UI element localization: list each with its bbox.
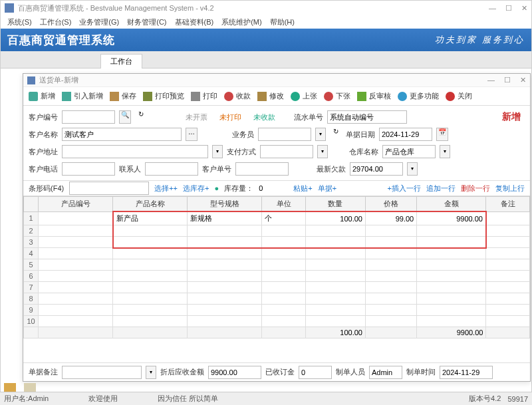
salesman-label: 业务员 — [232, 130, 254, 140]
phone-label: 客户电话 — [29, 164, 58, 174]
main-titlebar: 百惠商贸通管理系统 - Bestvalue Management System … — [1, 1, 531, 15]
warehouse-field[interactable] — [382, 145, 436, 158]
banner: 百惠商贸通管理系统 功夫到家 服务到心 — [1, 29, 531, 51]
table-row[interactable]: 10 — [24, 316, 530, 327]
save-button[interactable]: 保存 — [110, 91, 136, 101]
paste-button[interactable]: 粘贴+ — [293, 184, 312, 194]
debt-dropdown[interactable]: ▾ — [407, 162, 418, 176]
col-header[interactable]: 型号规格 — [188, 197, 262, 212]
insert-row-button[interactable]: +插入一行 — [388, 184, 421, 194]
remark-dropdown[interactable]: ▾ — [146, 366, 156, 379]
toolbar: 新增 引入新增 保存 打印预览 打印 收款 修改 上张 下张 反审核 更多功能 … — [23, 87, 530, 106]
debt-field[interactable] — [350, 162, 403, 176]
single-doc-button[interactable]: 单据+ — [318, 184, 336, 194]
customer-name-field[interactable] — [62, 128, 182, 141]
print-button[interactable]: 打印 — [191, 91, 217, 101]
line-items-grid[interactable]: 产品编号产品名称型号规格单位数量价格金额备注 1新产品新规格个100.0099.… — [23, 196, 530, 362]
table-row[interactable]: 2 — [24, 225, 530, 237]
table-row[interactable]: 4 — [24, 248, 530, 259]
reverse-audit-button[interactable]: 反审核 — [357, 91, 391, 101]
barcode-label: 条形码(F4) — [29, 184, 64, 194]
tab-workbench[interactable]: 工作台 — [100, 54, 142, 68]
col-header[interactable]: 备注 — [486, 197, 530, 212]
maximize-button[interactable]: ☐ — [505, 4, 512, 13]
minimize-button[interactable]: — — [489, 4, 496, 13]
folder-icon[interactable] — [4, 383, 16, 392]
menu-basedata[interactable]: 基础资料(B) — [172, 16, 217, 29]
customer-no-field[interactable] — [62, 110, 115, 124]
col-header[interactable]: 产品名称 — [113, 197, 188, 212]
customer-order-label: 客户单号 — [202, 164, 231, 174]
creator-field[interactable] — [369, 366, 402, 379]
salesman-dropdown[interactable]: ▾ — [315, 128, 326, 141]
new-button[interactable]: 新增 — [29, 91, 55, 101]
menu-business[interactable]: 业务管理(G) — [76, 16, 122, 29]
table-row[interactable]: 1新产品新规格个100.0099.009900.00 — [24, 211, 530, 225]
create-time-field[interactable] — [440, 366, 493, 379]
menu-help[interactable]: 帮助(H) — [267, 16, 297, 29]
table-row[interactable]: 9 — [24, 305, 530, 316]
stock-value: 0 — [259, 184, 263, 192]
table-row[interactable]: 6 — [24, 271, 530, 282]
remark-field[interactable] — [62, 366, 142, 379]
col-header[interactable]: 单位 — [262, 197, 306, 212]
warehouse-dropdown[interactable]: ▾ — [440, 145, 450, 158]
date-picker-button[interactable]: 📅 — [436, 128, 448, 141]
folder-icon-2[interactable] — [24, 383, 36, 392]
barcode-field[interactable] — [69, 182, 149, 195]
import-new-button[interactable]: 引入新增 — [62, 91, 103, 101]
user-label: 用户名: — [4, 394, 28, 402]
modal-maximize-button[interactable]: ☐ — [504, 76, 511, 84]
table-row[interactable]: 7 — [24, 282, 530, 293]
col-header[interactable]: 产品编号 — [39, 197, 113, 212]
date-field[interactable] — [379, 128, 432, 141]
append-row-button[interactable]: 追加一行 — [426, 184, 456, 194]
customer-no-label: 客户编号 — [29, 112, 58, 122]
menu-finance[interactable]: 财务管理(C) — [124, 16, 169, 29]
lookup-customer-button[interactable]: 🔍 — [119, 110, 131, 124]
modal-minimize-button[interactable]: — — [487, 76, 495, 84]
deposit-field[interactable] — [299, 366, 332, 379]
edit-button[interactable]: 修改 — [257, 91, 284, 101]
contact-field[interactable] — [145, 162, 198, 176]
customer-order-field[interactable] — [235, 162, 289, 176]
salesman-refresh-button[interactable]: ↻ — [330, 128, 342, 141]
menu-maintenance[interactable]: 系统维护(M) — [219, 16, 265, 29]
address-field[interactable] — [62, 145, 208, 158]
col-header[interactable]: 数量 — [305, 197, 365, 212]
address-dropdown[interactable]: ▾ — [212, 145, 223, 158]
discount-field[interactable] — [208, 366, 261, 379]
pay-method-dropdown[interactable]: ▾ — [317, 145, 328, 158]
print-icon — [191, 92, 200, 101]
collect-button[interactable]: 收款 — [224, 91, 251, 101]
more-functions-button[interactable]: 更多功能 — [398, 91, 439, 101]
status-uninvoiced: 未开票 — [182, 112, 211, 122]
deposit-label: 已收订金 — [265, 367, 295, 377]
banner-slogan: 功夫到家 服务到心 — [435, 34, 525, 46]
menu-system[interactable]: 系统(S) — [5, 16, 35, 29]
prev-record-button[interactable]: 上张 — [291, 91, 317, 101]
print-preview-button[interactable]: 打印预览 — [143, 91, 184, 101]
select-plus-button[interactable]: 选择++ — [154, 184, 178, 194]
col-header[interactable]: 金额 — [417, 197, 486, 212]
select-stock-button[interactable]: 选库存+ — [183, 184, 209, 194]
menu-workbench[interactable]: 工作台(S) — [37, 16, 74, 29]
copy-up-row-button[interactable]: 复制上行 — [495, 184, 525, 194]
modal-close-button[interactable]: ✕ — [520, 76, 526, 84]
table-row[interactable]: 8 — [24, 293, 530, 305]
serial-field[interactable] — [327, 110, 407, 124]
refresh-customer-button[interactable]: ↻ — [135, 110, 147, 124]
pay-method-field[interactable] — [260, 145, 313, 158]
customer-name-picker-button[interactable]: … — [186, 128, 198, 141]
delete-row-button[interactable]: 删除一行 — [461, 184, 490, 194]
close-button[interactable]: ✕ — [521, 4, 527, 13]
next-record-button[interactable]: 下张 — [324, 91, 350, 101]
phone-field[interactable] — [62, 162, 115, 176]
table-row[interactable]: 5 — [24, 259, 530, 271]
col-header[interactable]: 价格 — [365, 197, 416, 212]
salesman-field[interactable] — [258, 128, 311, 141]
warehouse-label: 仓库名称 — [349, 147, 378, 157]
create-time-label: 制单时间 — [406, 367, 436, 377]
table-row[interactable]: 3 — [24, 237, 530, 248]
close-order-button[interactable]: 关闭 — [446, 91, 472, 101]
